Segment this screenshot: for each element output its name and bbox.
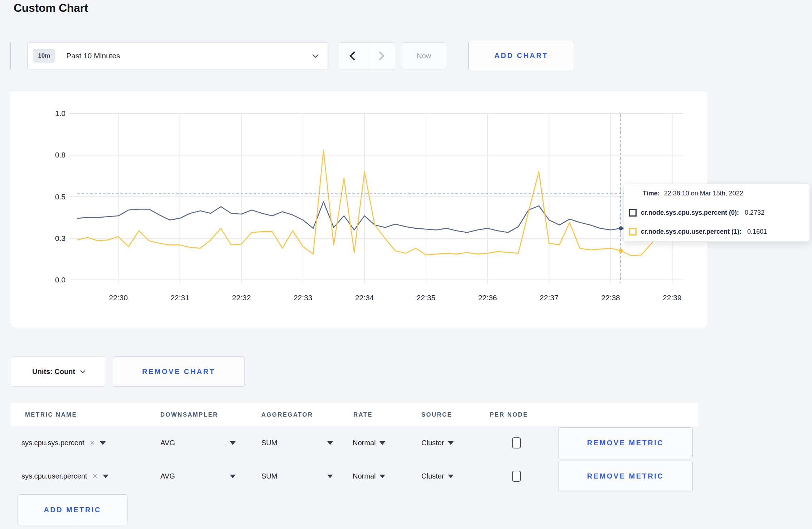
remove-metric-button[interactable]: REMOVE METRIC — [558, 427, 693, 458]
x-tick-label: 22:38 — [601, 293, 620, 302]
prev-time-button[interactable] — [339, 43, 367, 69]
units-selector[interactable]: Units: Count — [11, 356, 106, 387]
chart-tooltip: Time: 22:38:10 on Mar 15th, 2022 cr.node… — [624, 184, 810, 242]
header-metric-name: METRIC NAME — [25, 403, 77, 426]
downsampler-caret-icon[interactable] — [230, 441, 236, 445]
tooltip-sys-label: cr.node.sys.cpu.sys.percent (0): — [641, 209, 739, 217]
remove-metric-button[interactable]: REMOVE METRIC — [558, 461, 693, 491]
downsampler-select[interactable]: AVG — [160, 426, 175, 460]
x-tick-label: 22:35 — [417, 293, 436, 302]
tooltip-time-label: Time: — [643, 190, 660, 197]
y-tick-label: 0.0 — [55, 276, 66, 284]
series-line-0 — [77, 202, 682, 233]
downsampler-select[interactable]: AVG — [160, 460, 175, 493]
chart-panel: 0.00.30.50.81.022:3022:3122:3222:3322:34… — [11, 90, 707, 327]
per-node-checkbox[interactable] — [512, 437, 521, 448]
y-tick-label: 0.3 — [55, 234, 66, 242]
series-line-1 — [77, 150, 682, 256]
y-tick-label: 0.5 — [55, 193, 66, 201]
aggregator-select[interactable]: SUM — [261, 426, 277, 460]
x-tick-label: 22:39 — [663, 293, 682, 302]
chevron-down-icon — [313, 52, 319, 58]
rate-value: Normal — [353, 439, 376, 447]
add-metric-button[interactable]: ADD METRIC — [18, 494, 127, 525]
rate-caret-icon — [380, 475, 385, 478]
time-range-selector[interactable]: 10m Past 10 Minutes — [27, 42, 328, 69]
page-title: Custom Chart — [14, 1, 88, 15]
metric-dropdown-caret-icon[interactable] — [100, 441, 106, 445]
now-button[interactable]: Now — [402, 42, 446, 69]
next-time-button[interactable] — [367, 43, 395, 69]
rate-select[interactable]: Normal — [353, 460, 385, 493]
rate-caret-icon — [380, 441, 385, 445]
time-window-pager — [339, 42, 395, 69]
header-source: SOURCE — [421, 403, 452, 426]
y-tick-label: 1.0 — [55, 109, 66, 117]
aggregator-caret-icon[interactable] — [327, 441, 333, 445]
header-per-node: PER NODE — [490, 403, 528, 426]
remove-chart-button[interactable]: REMOVE CHART — [113, 356, 245, 387]
x-tick-label: 22:34 — [355, 293, 374, 302]
source-value: Cluster — [421, 472, 444, 480]
aggregator-select[interactable]: SUM — [261, 460, 277, 493]
metric-name-value[interactable]: sys.cpu.sys.percent — [21, 439, 84, 447]
time-range-badge: 10m — [33, 49, 55, 63]
header-downsampler: DOWNSAMPLER — [160, 403, 218, 426]
header-aggregator: AGGREGATOR — [261, 403, 313, 426]
source-select[interactable]: Cluster — [421, 426, 454, 460]
chevron-down-icon — [80, 368, 85, 373]
sys-series-swatch-icon — [629, 209, 637, 217]
x-tick-label: 22:33 — [294, 293, 313, 302]
metric-name-value[interactable]: sys.cpu.user.percent — [21, 472, 87, 480]
rate-select[interactable]: Normal — [353, 426, 385, 460]
clear-metric-icon[interactable]: × — [92, 471, 97, 481]
source-value: Cluster — [421, 439, 444, 447]
source-caret-icon — [448, 475, 454, 478]
time-range-label: Past 10 Minutes — [66, 52, 120, 60]
clear-metric-icon[interactable]: × — [90, 438, 95, 448]
timeseries-chart[interactable]: 0.00.30.50.81.022:3022:3122:3222:3322:34… — [11, 91, 707, 327]
metric-row-sys: sys.cpu.sys.percent × AVG SUM Normal Clu… — [11, 426, 699, 460]
hover-dot-0 — [619, 226, 623, 230]
header-rate: RATE — [353, 403, 373, 426]
x-tick-label: 22:31 — [170, 293, 189, 302]
toolbar-left-divider — [10, 42, 11, 69]
per-node-checkbox[interactable] — [512, 471, 521, 482]
metric-dropdown-caret-icon[interactable] — [103, 475, 108, 478]
hover-dot-1 — [619, 249, 623, 253]
tooltip-user-label: cr.node.sys.cpu.user.percent (1): — [641, 228, 741, 236]
x-tick-label: 22:32 — [232, 293, 251, 302]
chevron-right-icon — [376, 51, 385, 60]
custom-chart-page: Custom Chart 10m Past 10 Minutes Now ADD… — [0, 0, 812, 529]
tooltip-time-value: 22:38:10 on Mar 15th, 2022 — [664, 190, 743, 197]
user-series-swatch-icon — [629, 228, 637, 236]
tooltip-user-value: 0.1601 — [747, 228, 767, 236]
metric-row-user: sys.cpu.user.percent × AVG SUM Normal Cl… — [11, 460, 699, 493]
source-caret-icon — [448, 441, 454, 445]
tooltip-sys-value: 0.2732 — [745, 209, 764, 217]
chevron-left-icon — [349, 51, 358, 60]
metrics-table-header: METRIC NAME DOWNSAMPLER AGGREGATOR RATE … — [11, 403, 699, 426]
x-tick-label: 22:30 — [109, 293, 128, 302]
aggregator-caret-icon[interactable] — [327, 475, 333, 478]
x-tick-label: 22:36 — [478, 293, 497, 302]
y-tick-label: 0.8 — [55, 151, 66, 159]
x-tick-label: 22:37 — [540, 293, 559, 302]
rate-value: Normal — [353, 472, 376, 480]
downsampler-caret-icon[interactable] — [230, 475, 236, 478]
source-select[interactable]: Cluster — [421, 460, 454, 493]
units-label: Units: Count — [32, 368, 75, 376]
add-chart-button[interactable]: ADD CHART — [468, 41, 574, 70]
